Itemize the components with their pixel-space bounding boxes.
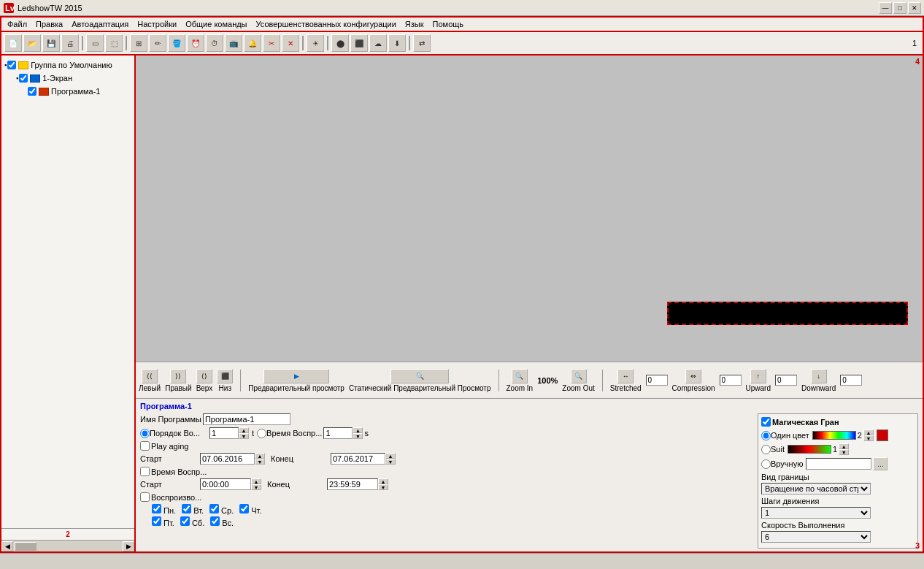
sun-checkbox[interactable] — [210, 516, 220, 526]
program-checkbox[interactable] — [28, 87, 36, 96]
compression-input[interactable] — [720, 375, 742, 386]
static-preview-button[interactable]: 🔍 — [390, 369, 449, 383]
clock-button[interactable]: ⏰ — [187, 34, 204, 52]
transfer-button[interactable]: ⇄ — [413, 34, 431, 52]
open-button[interactable]: 📂 — [23, 34, 41, 52]
cancel-button[interactable]: ✕ — [282, 34, 299, 52]
sat-checkbox[interactable] — [180, 516, 190, 526]
left-scrollbar[interactable]: ◀ ▶ — [1, 540, 134, 551]
scroll-right-btn[interactable]: ▶ — [123, 541, 134, 551]
week-checkbox[interactable] — [140, 492, 150, 502]
thu-checkbox[interactable] — [239, 504, 249, 513]
alarm-button[interactable]: 🔔 — [244, 34, 261, 52]
end-date-input[interactable] — [331, 453, 385, 465]
time-input[interactable] — [323, 427, 353, 439]
upward-btn[interactable]: ↑ — [750, 369, 766, 383]
cloud-button[interactable]: ☁ — [369, 34, 387, 52]
brightness-button[interactable]: ☀ — [307, 34, 324, 52]
group-checkbox[interactable] — [7, 61, 16, 69]
scroll-thumb[interactable] — [15, 542, 36, 551]
delete-button[interactable]: ✂ — [263, 34, 280, 52]
steps-select[interactable]: 1 — [761, 507, 871, 519]
menu-file[interactable]: Файл — [3, 18, 31, 30]
tree-item-program[interactable]: Программа-1 — [4, 85, 131, 98]
align-right-button[interactable]: ⟩⟩ — [170, 369, 186, 383]
fri-checkbox[interactable] — [152, 516, 161, 526]
manual-radio[interactable] — [761, 459, 771, 469]
maximize-button[interactable]: □ — [893, 2, 906, 14]
time-radio[interactable] — [257, 429, 266, 438]
menu-edit[interactable]: Правка — [31, 18, 67, 30]
minimize-button[interactable]: — — [879, 2, 892, 14]
magic-border-checkbox[interactable] — [761, 417, 771, 427]
end-date-spin-down[interactable]: ▼ — [385, 459, 396, 465]
border-type-select[interactable]: Вращение по часовой стрелке — [761, 483, 871, 494]
menu-commands[interactable]: Общие команды — [181, 18, 251, 30]
end-time-spin-down[interactable]: ▼ — [378, 484, 388, 490]
save-button[interactable]: 💾 — [42, 34, 60, 52]
grid-button[interactable]: ⊞ — [130, 34, 147, 52]
upward-input[interactable] — [775, 375, 797, 386]
preview-button[interactable]: ▶ — [263, 369, 329, 383]
end-time-input[interactable] — [327, 478, 378, 490]
align-down-button[interactable]: ⬛ — [217, 369, 233, 383]
power-button[interactable]: ⬛ — [350, 34, 368, 52]
end-time-spin-up[interactable]: ▲ — [378, 478, 388, 484]
zoom-in-button[interactable]: 🔍 — [512, 369, 528, 383]
name-input[interactable] — [203, 413, 290, 425]
screen-checkbox[interactable] — [19, 74, 28, 83]
menu-settings[interactable]: Настройки — [133, 18, 181, 30]
tue-checkbox[interactable] — [182, 504, 191, 513]
zoom-out-button[interactable]: 🔍 — [571, 369, 587, 383]
circle-button[interactable]: ⬤ — [331, 34, 349, 52]
menu-help[interactable]: Помощь — [428, 18, 469, 30]
stretched-btn[interactable]: ↔ — [617, 369, 634, 383]
new-button[interactable]: 📄 — [4, 34, 22, 52]
align-up-button[interactable]: ⟨⟩ — [196, 369, 212, 383]
tree-item-group[interactable]: ▪ Группа по Умолчанию — [4, 58, 131, 72]
scroll-left-btn[interactable]: ◀ — [1, 541, 13, 551]
compression-btn[interactable]: ⇔ — [685, 369, 701, 383]
order-radio[interactable] — [140, 429, 150, 438]
start-time-spin-up[interactable]: ▲ — [251, 478, 261, 484]
order-input[interactable] — [209, 427, 239, 439]
suit-spin-up[interactable]: ▲ — [839, 443, 849, 449]
wed-checkbox[interactable] — [209, 504, 219, 513]
play-time-checkbox[interactable] — [140, 467, 150, 476]
menu-lang[interactable]: Язык — [401, 18, 428, 30]
start-date-spin-down[interactable]: ▼ — [255, 459, 265, 465]
fill-button[interactable]: 🪣 — [168, 34, 185, 52]
menu-advanced[interactable]: Усовершенствованных конфигурации — [252, 18, 401, 30]
end-date-spin-up[interactable]: ▲ — [385, 453, 396, 459]
time-spin-down[interactable]: ▼ — [353, 433, 363, 439]
print-button[interactable]: 🖨 — [61, 34, 79, 52]
start-time-input[interactable] — [200, 478, 251, 490]
start-time-spin-down[interactable]: ▼ — [251, 484, 261, 490]
one-color-spin-down[interactable]: ▼ — [863, 435, 874, 441]
start-date-input[interactable] — [200, 453, 255, 465]
speed-select[interactable]: 6 — [761, 531, 871, 543]
time-spin-up[interactable]: ▲ — [353, 427, 363, 433]
display-button[interactable]: 📺 — [225, 34, 242, 52]
downward-btn[interactable]: ↓ — [811, 369, 827, 383]
rect-button[interactable]: ▭ — [86, 34, 104, 52]
select-button[interactable]: ⬚ — [105, 34, 123, 52]
color-swatch[interactable] — [877, 429, 888, 441]
timer-button[interactable]: ⏱ — [206, 34, 223, 52]
start-date-spin-up[interactable]: ▲ — [255, 453, 265, 459]
stretched-input[interactable] — [646, 375, 668, 386]
order-spin-down[interactable]: ▼ — [239, 433, 249, 439]
play-aging-checkbox[interactable] — [140, 441, 150, 451]
manual-browse-btn[interactable]: ... — [873, 457, 888, 470]
menu-autoadapt[interactable]: Автоадаптация — [67, 18, 133, 30]
downward-input[interactable] — [840, 375, 862, 386]
download-button[interactable]: ⬇ — [388, 34, 406, 52]
suit-spin-down[interactable]: ▼ — [839, 449, 849, 455]
mon-checkbox[interactable] — [152, 504, 161, 513]
one-color-radio[interactable] — [761, 431, 771, 440]
align-left-button[interactable]: ⟨⟨ — [142, 369, 158, 383]
close-button[interactable]: ✕ — [908, 2, 921, 14]
manual-input[interactable] — [806, 458, 871, 470]
tree-item-screen[interactable]: ▪ 1-Экран — [4, 72, 131, 85]
suit-radio[interactable] — [761, 445, 771, 454]
